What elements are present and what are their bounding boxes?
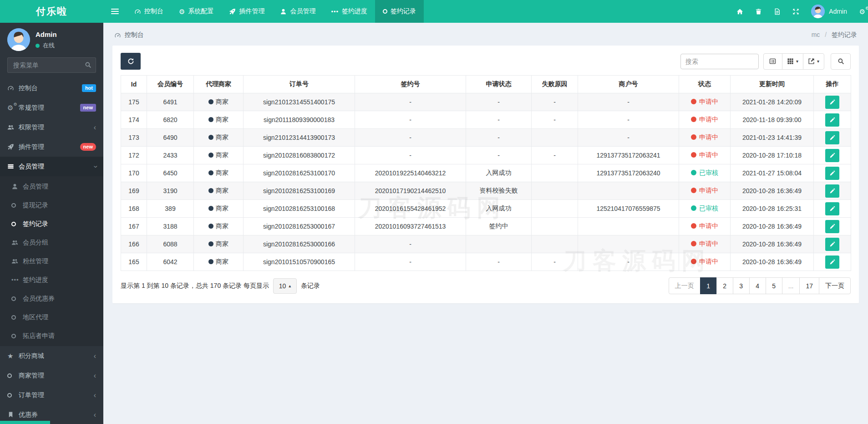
sidebar-subitem-area-agent[interactable]: 地区代理 [0, 308, 103, 327]
sidebar-item-merchant[interactable]: 商家管理‹ [0, 366, 103, 385]
sidebar-item-auth[interactable]: 权限管理‹ [0, 117, 103, 137]
edit-button[interactable] [825, 220, 839, 233]
prev-page[interactable]: 上一页 [669, 277, 700, 294]
nav-item-system-config[interactable]: ⚙系统配置 [171, 0, 221, 23]
sidebar-subitem-sign-record[interactable]: 签约记录 [0, 215, 103, 233]
table-row: 166 6088 商家 sign20102816253000166 - 申请中 … [121, 235, 851, 253]
sidebar-item-score-mall[interactable]: ★积分商城‹ [0, 346, 103, 366]
cell-agent: 商家 [194, 111, 244, 129]
trash-icon [755, 8, 762, 15]
nav-settings-button[interactable]: ⚙⚙ [853, 0, 868, 23]
nav-home-button[interactable] [731, 0, 749, 23]
edit-button[interactable] [825, 131, 839, 144]
edit-button[interactable] [825, 202, 839, 215]
cell-agent: 商家 [194, 129, 244, 147]
users-icon [11, 258, 23, 265]
sidebar-subitem-member-list[interactable]: 会员管理 [0, 177, 103, 196]
nav-item-dashboard[interactable]: 控制台 [127, 0, 171, 23]
cell-actions [814, 164, 851, 182]
sidebar-subitem-sign-progress[interactable]: •••签约进度 [0, 271, 103, 289]
sidebar-item-dashboard[interactable]: 控制台hot [0, 78, 103, 98]
sidebar-item-member[interactable]: 会员管理‹ [0, 157, 103, 176]
page-4[interactable]: 4 [749, 277, 766, 294]
cell-id: 168 [121, 200, 147, 218]
next-page[interactable]: 下一页 [819, 277, 851, 294]
nav-item-addon-manage[interactable]: 插件管理 [221, 0, 272, 23]
search-submit-button[interactable] [831, 53, 851, 70]
page-5[interactable]: 5 [766, 277, 782, 294]
column-header-4[interactable]: 签约号 [355, 76, 466, 93]
sidebar-subitem-member-group[interactable]: 会员分组 [0, 233, 103, 252]
cell-id: 172 [121, 147, 147, 164]
nav-fullscreen-button[interactable] [787, 0, 805, 23]
table-row: 168 389 商家 sign20102816253100168 2020101… [121, 200, 851, 218]
cell-updated: 2020-10-28 17:10:18 [731, 147, 814, 164]
column-header-6[interactable]: 失败原因 [532, 76, 578, 93]
status-dot-icon [691, 170, 696, 175]
sidebar-item-order[interactable]: 订单管理‹ [0, 385, 103, 405]
page-3[interactable]: 3 [733, 277, 750, 294]
page-size-select[interactable]: 10 ▴ [273, 278, 297, 294]
top-navbar: 付乐啦 控制台⚙系统配置插件管理会员管理•••签约进度签约记录 Admin ⚙⚙ [0, 0, 868, 23]
sidebar-subitem-shop-apply[interactable]: 拓店者申请 [0, 327, 103, 345]
sidebar-toggle-button[interactable] [103, 0, 127, 23]
page-2[interactable]: 2 [716, 277, 733, 294]
sidebar-subitem-withdraw-log[interactable]: 提现记录 [0, 196, 103, 215]
column-header-8[interactable]: 状态 [679, 76, 731, 93]
edit-button[interactable] [825, 184, 839, 198]
nav-clear-cache-button[interactable] [749, 0, 768, 23]
nav-log-button[interactable] [768, 0, 787, 23]
sidebar-item-addon[interactable]: 插件管理new [0, 137, 103, 157]
page-1[interactable]: 1 [700, 277, 717, 294]
chevron-left-icon: ‹ [94, 372, 96, 379]
page-17[interactable]: 17 [799, 277, 819, 294]
column-header-7[interactable]: 商户号 [578, 76, 679, 93]
page-ellipsis[interactable]: ... [782, 277, 800, 294]
nav-item-sign-record[interactable]: 签约记录 [375, 0, 424, 23]
column-header-5[interactable]: 申请状态 [466, 76, 532, 93]
cell-member-no: 6450 [147, 164, 194, 182]
common-search-button[interactable] [763, 53, 782, 70]
column-header-1[interactable]: 会员编号 [147, 76, 194, 93]
edit-button[interactable] [825, 255, 839, 269]
status-dot-icon [691, 259, 696, 264]
table-card: ▾ ▾ Id会员编号代理商家订单号签约号申请状态失败原因商户号状态更新时间操作 … [112, 46, 859, 303]
sidebar-item-general[interactable]: ⚙⚙常规管理new [0, 98, 103, 117]
breadcrumb-parent[interactable]: mc [812, 31, 820, 38]
nav-item-member-manage[interactable]: 会员管理 [272, 0, 323, 23]
column-header-9[interactable]: 更新时间 [731, 76, 814, 93]
export-button[interactable]: ▾ [803, 53, 824, 70]
cell-apply-status: 签约中 [466, 218, 532, 235]
brand-logo[interactable]: 付乐啦 [0, 0, 103, 23]
edit-button[interactable] [825, 149, 839, 162]
column-header-10[interactable]: 操作 [814, 76, 851, 93]
column-header-0[interactable]: Id [121, 76, 147, 93]
edit-button[interactable] [825, 238, 839, 251]
sidebar-subitem-member-coupon[interactable]: 会员优惠券 [0, 289, 103, 308]
table-row: 165 6042 商家 sign20101510570900165 - - - … [121, 253, 851, 271]
edit-button[interactable] [825, 167, 839, 180]
refresh-button[interactable] [121, 53, 141, 70]
edit-button[interactable] [825, 113, 839, 127]
agent-dot-icon [208, 99, 213, 104]
avatar[interactable] [7, 28, 30, 51]
cell-merchant-no: - [578, 93, 679, 111]
document-icon [774, 8, 781, 15]
rocket-icon [229, 8, 236, 15]
main-content: 控制台 mc / 签约记录 ▾ ▾ Id会员编号代理商家订单号签约号申请状态失败… [103, 0, 868, 424]
cell-id: 166 [121, 235, 147, 253]
circle-o-icon [11, 315, 23, 320]
sidebar-subitem-fans-manage[interactable]: 粉丝管理 [0, 252, 103, 271]
edit-button[interactable] [825, 96, 839, 109]
columns-toggle-button[interactable]: ▾ [782, 53, 803, 70]
cell-order-no: sign20102816253100168 [244, 200, 355, 218]
column-header-2[interactable]: 代理商家 [194, 76, 244, 93]
chevron-left-icon: ‹ [94, 352, 96, 360]
sidebar-search-input[interactable] [7, 57, 96, 73]
column-header-3[interactable]: 订单号 [244, 76, 355, 93]
user-menu-button[interactable]: Admin [805, 5, 853, 18]
cell-status: 申请中 [679, 253, 731, 271]
nav-item-sign-progress[interactable]: •••签约进度 [323, 0, 375, 23]
table-search-input[interactable] [680, 54, 759, 69]
cell-actions [814, 218, 851, 235]
